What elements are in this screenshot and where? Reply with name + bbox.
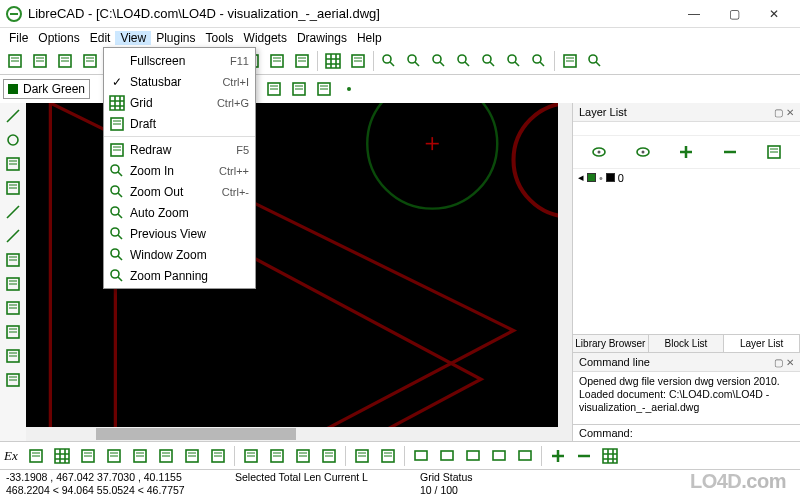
menu-item-zoom-in[interactable]: Zoom InCtrl++	[104, 160, 255, 181]
menu-item-grid[interactable]: GridCtrl+G	[104, 92, 255, 113]
box-1-icon[interactable]	[409, 444, 433, 468]
modify-icon[interactable]	[2, 321, 24, 343]
zoom-prev-icon[interactable]	[477, 49, 501, 73]
ruler-v-icon[interactable]	[2, 369, 24, 391]
menu-item-previous-view[interactable]: Previous View	[104, 223, 255, 244]
menu-item-window-zoom[interactable]: Window Zoom	[104, 244, 255, 265]
minus-icon[interactable]	[718, 140, 742, 164]
restrict-h-icon[interactable]	[239, 444, 263, 468]
zoom-redraw-icon[interactable]	[377, 49, 401, 73]
panel-controls[interactable]: ▢ ✕	[774, 107, 794, 118]
title-bar: LibreCAD - [C:\LO4D.com\LO4D - visualiza…	[0, 0, 800, 28]
image-icon[interactable]	[287, 77, 311, 101]
vertical-scrollbar[interactable]	[558, 103, 572, 427]
middle-snap-icon[interactable]	[154, 444, 178, 468]
menu-item-zoom-out[interactable]: Zoom OutCtrl+-	[104, 181, 255, 202]
grid-snap-icon[interactable]	[50, 444, 74, 468]
on-entity-snap-icon[interactable]	[102, 444, 126, 468]
copy-icon[interactable]	[265, 49, 289, 73]
box-5-icon[interactable]	[513, 444, 537, 468]
menu-item-auto-zoom[interactable]: Auto Zoom	[104, 202, 255, 223]
menu-item-draft[interactable]: Draft	[104, 113, 255, 134]
dot-icon[interactable]	[337, 77, 361, 101]
select-icon[interactable]	[558, 49, 582, 73]
polyline-icon[interactable]	[2, 201, 24, 223]
spline-icon[interactable]	[2, 225, 24, 247]
distance-snap-icon[interactable]	[180, 444, 204, 468]
layer-list[interactable]: ◂•0	[573, 169, 800, 334]
zoom-arrowed-icon[interactable]	[583, 49, 607, 73]
maximize-button[interactable]: ▢	[714, 2, 754, 26]
box-2-icon[interactable]	[435, 444, 459, 468]
save-icon[interactable]	[78, 49, 102, 73]
freeze-icon[interactable]: •	[599, 172, 603, 184]
menu-item-zoom-panning[interactable]: Zoom Panning	[104, 265, 255, 286]
polygon-icon[interactable]	[2, 249, 24, 271]
ex-label: Ex	[4, 448, 18, 464]
menu-drawings[interactable]: Drawings	[292, 31, 352, 45]
minus-small-icon[interactable]	[572, 444, 596, 468]
hatch-icon[interactable]	[262, 77, 286, 101]
close-button[interactable]: ✕	[754, 2, 794, 26]
menu-item-statusbar[interactable]: ✓StatusbarCtrl+I	[104, 71, 255, 92]
plus-small-icon[interactable]	[546, 444, 570, 468]
endpoint-snap-icon[interactable]	[76, 444, 100, 468]
visibility-icon[interactable]: ◂	[578, 171, 584, 184]
dimension-tool-icon[interactable]	[2, 297, 24, 319]
minimize-button[interactable]: —	[674, 2, 714, 26]
zoom-auto-icon[interactable]	[452, 49, 476, 73]
panel-controls[interactable]: ▢ ✕	[774, 357, 794, 368]
menu-plugins[interactable]: Plugins	[151, 31, 200, 45]
set-rel-zero-icon[interactable]	[376, 444, 400, 468]
svg-point-49	[597, 151, 600, 154]
menu-item-redraw[interactable]: RedrawF5	[104, 139, 255, 160]
eye-highlight-icon[interactable]	[587, 140, 611, 164]
menu-edit[interactable]: Edit	[85, 31, 116, 45]
select-rect-icon[interactable]	[2, 273, 24, 295]
ruler-icon[interactable]	[346, 49, 370, 73]
zoom-out-icon[interactable]	[427, 49, 451, 73]
tab-layer-list[interactable]: Layer List	[724, 335, 800, 352]
command-input[interactable]	[637, 427, 794, 439]
zoom-in-icon[interactable]	[402, 49, 426, 73]
menu-widgets[interactable]: Widgets	[239, 31, 292, 45]
paste-icon[interactable]	[290, 49, 314, 73]
free-snap-icon[interactable]	[24, 444, 48, 468]
point-tool-icon[interactable]	[312, 77, 336, 101]
line-icon[interactable]	[2, 105, 24, 127]
circle-icon[interactable]	[2, 129, 24, 151]
grid-small-icon[interactable]	[598, 444, 622, 468]
zoom-in-icon	[108, 162, 126, 180]
menu-item-fullscreen[interactable]: FullscreenF11	[104, 50, 255, 71]
measure-icon[interactable]	[2, 345, 24, 367]
box-4-icon[interactable]	[487, 444, 511, 468]
layer-selector[interactable]: Dark Green	[3, 79, 90, 99]
menu-tools[interactable]: Tools	[201, 31, 239, 45]
menu-view[interactable]: View	[115, 31, 151, 45]
intersection-snap-icon[interactable]	[206, 444, 230, 468]
new-from-template-icon[interactable]	[28, 49, 52, 73]
grid-icon[interactable]	[321, 49, 345, 73]
menu-file[interactable]: File	[4, 31, 33, 45]
zoom-pan-icon[interactable]	[527, 49, 551, 73]
eye-icon[interactable]	[631, 140, 655, 164]
zoom-window-icon[interactable]	[502, 49, 526, 73]
tab-library-browser[interactable]: Library Browser	[573, 335, 649, 352]
lock-rel-zero-icon[interactable]	[350, 444, 374, 468]
open-icon[interactable]	[53, 49, 77, 73]
new-icon[interactable]	[3, 49, 27, 73]
restrict-v-icon[interactable]	[265, 444, 289, 468]
relative-zero-icon[interactable]	[317, 444, 341, 468]
horizontal-scrollbar[interactable]	[26, 427, 572, 441]
restrict-ortho-icon[interactable]	[291, 444, 315, 468]
menu-options[interactable]: Options	[33, 31, 84, 45]
properties-icon[interactable]	[762, 140, 786, 164]
layer-row[interactable]: ◂•0	[573, 169, 800, 186]
plus-icon[interactable]	[674, 140, 698, 164]
box-3-icon[interactable]	[461, 444, 485, 468]
ellipse-icon[interactable]	[2, 177, 24, 199]
menu-help[interactable]: Help	[352, 31, 387, 45]
tab-block-list[interactable]: Block List	[649, 335, 725, 352]
center-snap-icon[interactable]	[128, 444, 152, 468]
curve-icon[interactable]	[2, 153, 24, 175]
